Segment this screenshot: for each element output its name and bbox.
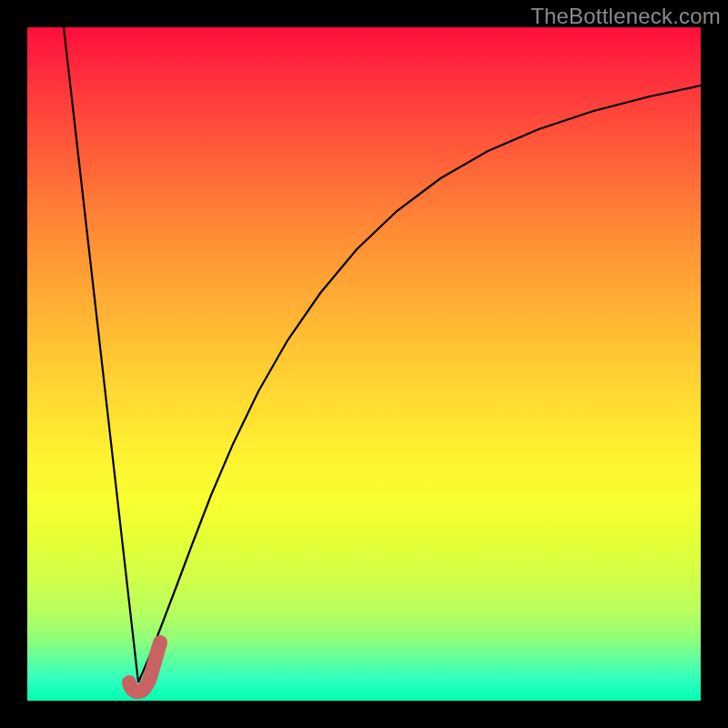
plot-area xyxy=(27,27,701,701)
plot-svg xyxy=(27,27,701,701)
chart-frame: TheBottleneck.com xyxy=(0,0,728,728)
watermark-text: TheBottleneck.com xyxy=(531,4,721,29)
curve-descending xyxy=(64,27,138,682)
curve-ascending xyxy=(138,86,701,682)
